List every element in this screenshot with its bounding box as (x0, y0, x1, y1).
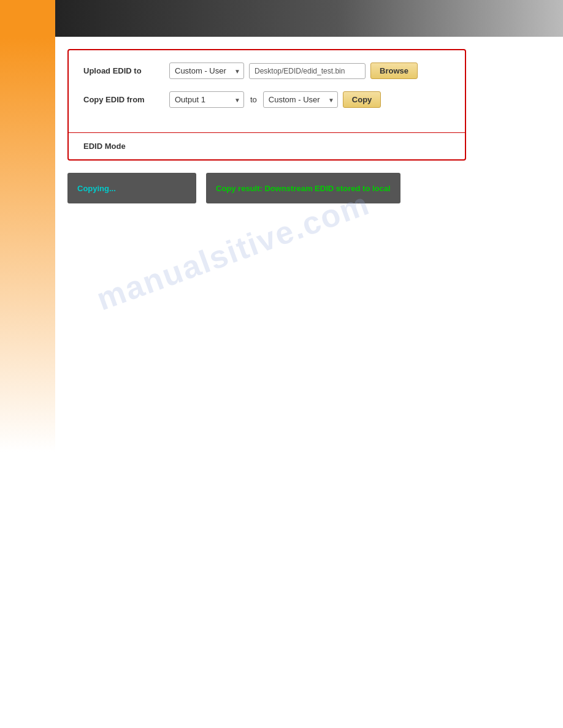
header-orange-accent (0, 0, 55, 37)
edid-panel: Upload EDID to Custom - User Custom User… (67, 49, 466, 161)
copy-destination-wrapper: Custom - User Custom User Output 1 ▼ (263, 91, 338, 108)
copy-destination-select[interactable]: Custom - User Custom User Output 1 (263, 91, 338, 108)
copy-edid-row: Copy EDID from Output 1 Output 2 Custom … (83, 91, 450, 108)
top-bar (0, 0, 563, 37)
to-label: to (250, 95, 257, 104)
upload-destination-wrapper: Custom - User Custom User Output 1 ▼ (169, 63, 244, 79)
result-status-box: Copy result: Downstream EDID stored to l… (206, 173, 400, 203)
left-orange-sidebar (0, 37, 55, 728)
browse-button[interactable]: Browse (370, 63, 418, 79)
copy-button[interactable]: Copy (343, 91, 381, 108)
upload-edid-label: Upload EDID to (83, 66, 169, 75)
upload-destination-select[interactable]: Custom - User Custom User Output 1 (169, 63, 244, 79)
copy-source-select[interactable]: Output 1 Output 2 Custom - User (169, 91, 244, 108)
upload-edid-row: Upload EDID to Custom - User Custom User… (83, 63, 450, 79)
result-status-text: Copy result: Downstream EDID stored to l… (216, 184, 391, 193)
copy-edid-label: Copy EDID from (83, 95, 169, 104)
edid-mode-section: EDID Mode (69, 133, 465, 159)
copy-source-wrapper: Output 1 Output 2 Custom - User ▼ (169, 91, 244, 108)
main-content: Upload EDID to Custom - User Custom User… (67, 49, 466, 203)
file-path-display: Desktop/EDID/edid_test.bin (249, 63, 366, 79)
copying-status-text: Copying... (77, 184, 116, 193)
edid-panel-inner: Upload EDID to Custom - User Custom User… (69, 50, 465, 132)
edid-mode-label: EDID Mode (83, 142, 126, 151)
copying-status-box: Copying... (67, 173, 196, 203)
status-boxes: Copying... Copy result: Downstream EDID … (67, 173, 466, 203)
